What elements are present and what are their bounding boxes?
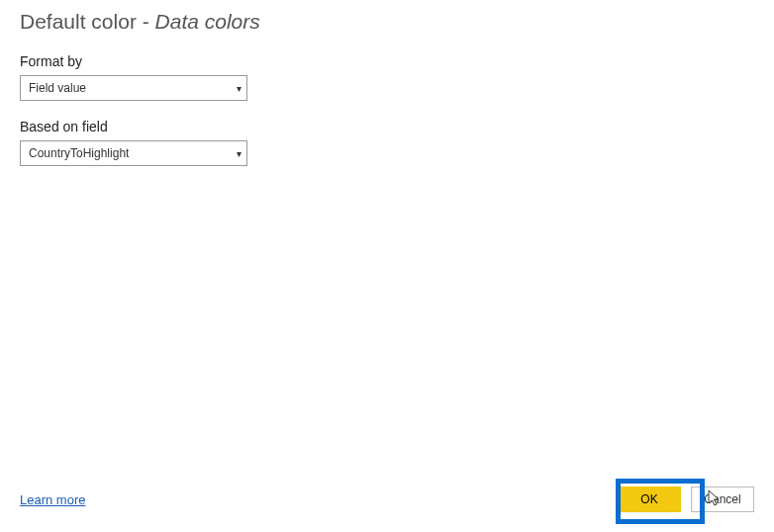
cancel-button[interactable]: Cancel bbox=[691, 487, 754, 512]
conditional-formatting-dialog: Default color - Data colors Format by Fi… bbox=[0, 0, 774, 532]
based-on-field-value: CountryToHighlight bbox=[20, 140, 247, 166]
based-on-field-label: Based on field bbox=[20, 119, 754, 134]
ok-button[interactable]: OK bbox=[618, 487, 681, 512]
format-by-value: Field value bbox=[20, 75, 247, 101]
format-by-group: Format by Field value ▾ bbox=[20, 53, 754, 101]
based-on-field-group: Based on field CountryToHighlight ▾ bbox=[20, 119, 754, 166]
title-prefix: Default color - bbox=[20, 10, 155, 33]
learn-more-link[interactable]: Learn more bbox=[20, 492, 85, 507]
format-by-label: Format by bbox=[20, 53, 754, 69]
dialog-footer: Learn more OK Cancel bbox=[20, 487, 754, 522]
format-by-select[interactable]: Field value ▾ bbox=[20, 75, 247, 101]
button-row: OK Cancel bbox=[618, 487, 754, 512]
spacer bbox=[20, 184, 754, 487]
title-emphasis: Data colors bbox=[155, 10, 260, 33]
dialog-title: Default color - Data colors bbox=[20, 10, 754, 34]
based-on-field-select[interactable]: CountryToHighlight ▾ bbox=[20, 140, 247, 166]
